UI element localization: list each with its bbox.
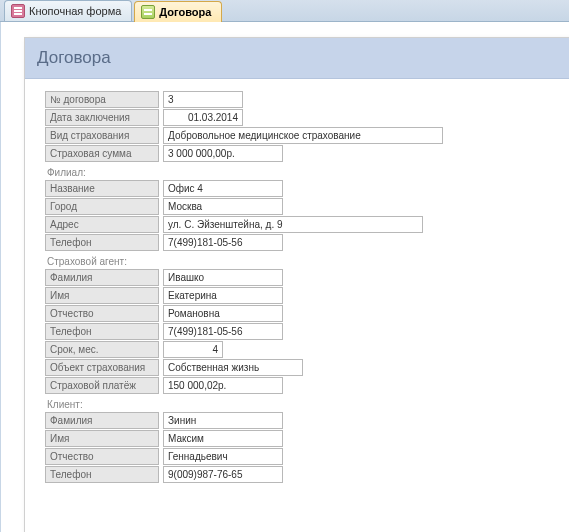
- ins-sum-field[interactable]: 3 000 000,00р.: [163, 145, 283, 162]
- branch-addr-field[interactable]: ул. С. Эйзенштейна, д. 9: [163, 216, 423, 233]
- form-body: № договора 3 Дата заключения 01.03.2014 …: [25, 91, 569, 483]
- branch-name-label: Название: [45, 180, 159, 197]
- agent-lname-label: Фамилия: [45, 269, 159, 286]
- date-label: Дата заключения: [45, 109, 159, 126]
- branch-addr-label: Адрес: [45, 216, 159, 233]
- term-label: Срок, мес.: [45, 341, 159, 358]
- branch-city-label: Город: [45, 198, 159, 215]
- workspace: Договора № договора 3 Дата заключения 01…: [0, 22, 569, 532]
- client-lname-label: Фамилия: [45, 412, 159, 429]
- ins-type-field[interactable]: Добровольное медицинское страхование: [163, 127, 443, 144]
- client-mname-label: Отчество: [45, 448, 159, 465]
- tab-contracts[interactable]: Договора: [134, 1, 222, 22]
- agent-phone-field[interactable]: 7(499)181-05-56: [163, 323, 283, 340]
- tab-button-form[interactable]: Кнопочная форма: [4, 0, 132, 21]
- branch-section: Филиал:: [45, 163, 569, 180]
- tab-bar: Кнопочная форма Договора: [0, 0, 569, 22]
- object-label: Объект страхования: [45, 359, 159, 376]
- document: Договора № договора 3 Дата заключения 01…: [25, 38, 569, 532]
- agent-fname-field[interactable]: Екатерина: [163, 287, 283, 304]
- form-icon: [11, 4, 25, 18]
- page-title: Договора: [25, 38, 569, 79]
- client-fname-label: Имя: [45, 430, 159, 447]
- date-field[interactable]: 01.03.2014: [163, 109, 243, 126]
- agent-mname-field[interactable]: Романовна: [163, 305, 283, 322]
- form-icon: [141, 5, 155, 19]
- payment-label: Страховой платёж: [45, 377, 159, 394]
- tab-inactive-label: Кнопочная форма: [29, 5, 121, 17]
- contract-no-field[interactable]: 3: [163, 91, 243, 108]
- agent-fname-label: Имя: [45, 287, 159, 304]
- client-lname-field[interactable]: Зинин: [163, 412, 283, 429]
- tab-active-label: Договора: [159, 6, 211, 18]
- object-field[interactable]: Собственная жизнь: [163, 359, 303, 376]
- ins-type-label: Вид страхования: [45, 127, 159, 144]
- term-field[interactable]: 4: [163, 341, 223, 358]
- payment-field[interactable]: 150 000,02р.: [163, 377, 283, 394]
- branch-phone-field[interactable]: 7(499)181-05-56: [163, 234, 283, 251]
- branch-name-field[interactable]: Офис 4: [163, 180, 283, 197]
- agent-lname-field[interactable]: Ивашко: [163, 269, 283, 286]
- client-phone-field[interactable]: 9(009)987-76-65: [163, 466, 283, 483]
- client-mname-field[interactable]: Геннадьевич: [163, 448, 283, 465]
- client-fname-field[interactable]: Максим: [163, 430, 283, 447]
- branch-city-field[interactable]: Москва: [163, 198, 283, 215]
- branch-phone-label: Телефон: [45, 234, 159, 251]
- client-section: Клиент:: [45, 395, 569, 412]
- client-phone-label: Телефон: [45, 466, 159, 483]
- ins-sum-label: Страховая сумма: [45, 145, 159, 162]
- agent-mname-label: Отчество: [45, 305, 159, 322]
- contract-no-label: № договора: [45, 91, 159, 108]
- agent-phone-label: Телефон: [45, 323, 159, 340]
- agent-section: Страховой агент:: [45, 252, 569, 269]
